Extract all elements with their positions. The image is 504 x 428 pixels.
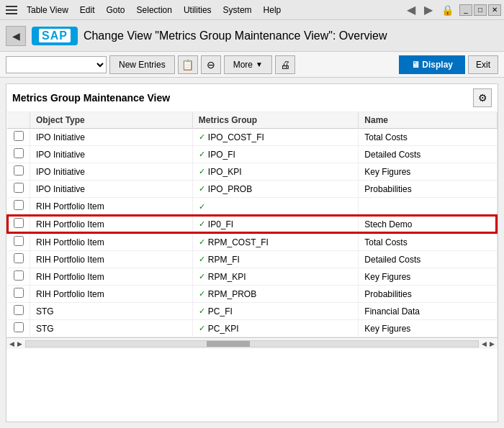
row-checkbox[interactable] bbox=[7, 233, 30, 251]
cell-object-type: RIH Portfolio Item bbox=[30, 198, 193, 216]
row-checkbox[interactable] bbox=[7, 215, 30, 233]
right-h-arrow2[interactable]: ◀ bbox=[482, 340, 487, 347]
menu-item-edit[interactable]: Edit bbox=[75, 3, 100, 17]
cell-object-type: IPO Initiative bbox=[30, 163, 193, 181]
row-checkbox[interactable] bbox=[7, 129, 30, 146]
row-checkbox[interactable] bbox=[7, 303, 30, 320]
metrics-group-value: IP0_FI bbox=[208, 219, 233, 229]
cell-metrics-group: ✓RPM_COST_FI bbox=[192, 233, 359, 251]
checkmark-icon: ✓ bbox=[199, 132, 205, 142]
checkmark-icon: ✓ bbox=[199, 324, 205, 333]
cell-metrics-group: ✓IPO_COST_FI bbox=[192, 129, 359, 146]
checkmark-icon: ✓ bbox=[199, 306, 205, 316]
cell-name: Detailed Costs bbox=[359, 146, 497, 163]
row-checkbox[interactable] bbox=[7, 268, 30, 286]
toolbar: New Entries 📋 ⊖ More ▼ 🖨 🖥 Display Exit bbox=[0, 52, 504, 78]
metrics-group-value: RPM_PROB bbox=[208, 289, 256, 299]
cell-name: Total Costs bbox=[359, 233, 497, 251]
display-button[interactable]: 🖥 Display bbox=[399, 55, 465, 74]
cell-metrics-group: ✓IPO_PROB bbox=[192, 181, 359, 198]
cell-object-type: RIH Portfolio Item bbox=[30, 286, 193, 303]
close-button[interactable]: ✕ bbox=[488, 4, 501, 16]
cell-metrics-group: ✓RPM_PROB bbox=[192, 286, 359, 303]
menu-item-system[interactable]: System bbox=[218, 3, 257, 17]
row-checkbox[interactable] bbox=[7, 146, 30, 163]
cell-name: Key Figures bbox=[359, 163, 497, 181]
right-h-arrow3[interactable]: ▶ bbox=[490, 340, 495, 347]
cell-name: Financial Data bbox=[359, 303, 497, 320]
table-row: STG✓PC_FIFinancial Data bbox=[7, 303, 497, 320]
restore-button[interactable]: □ bbox=[474, 4, 487, 16]
exit-button[interactable]: Exit bbox=[468, 55, 498, 74]
cell-object-type: RIH Portfolio Item bbox=[30, 268, 193, 286]
minimize-button[interactable]: _ bbox=[459, 4, 472, 16]
print-icon-button[interactable]: 🖨 bbox=[275, 55, 295, 74]
cell-name: Key Figures bbox=[359, 320, 497, 337]
cell-metrics-group: ✓PC_FI bbox=[192, 303, 359, 320]
table-row: IPO Initiative✓IPO_KPIKey Figures bbox=[7, 163, 497, 181]
col-header-object-type: Object Type bbox=[30, 112, 193, 129]
cell-object-type: RIH Portfolio Item bbox=[30, 215, 193, 233]
table-row: STG✓PC_KPIKey Figures bbox=[7, 320, 497, 337]
nav-forward-arrow[interactable]: ▶ bbox=[421, 3, 436, 17]
back-button[interactable]: ◀ bbox=[6, 26, 26, 46]
row-checkbox[interactable] bbox=[7, 198, 30, 216]
cell-name bbox=[359, 198, 497, 216]
lock-icon: 🔒 bbox=[438, 4, 456, 16]
metrics-group-value: IPO_KPI bbox=[208, 167, 242, 177]
cell-metrics-group: ✓ bbox=[192, 198, 359, 216]
table-row: IPO Initiative✓IPO_FIDetailed Costs bbox=[7, 146, 497, 163]
checkmark-icon: ✓ bbox=[199, 202, 205, 211]
menu-item-tableview[interactable]: Table View bbox=[22, 3, 73, 17]
cell-name: Stech Demo bbox=[359, 215, 497, 233]
row-checkbox[interactable] bbox=[7, 286, 30, 303]
settings-button[interactable]: ⚙ bbox=[473, 88, 492, 107]
cell-object-type: IPO Initiative bbox=[30, 146, 193, 163]
title-bar: ◀ SAP Change View "Metrics Group Mainten… bbox=[0, 20, 504, 52]
cell-object-type: RIH Portfolio Item bbox=[30, 251, 193, 268]
table-scroll-wrapper: Object Type Metrics Group Name IPO Initi… bbox=[6, 112, 498, 337]
data-table: Object Type Metrics Group Name IPO Initi… bbox=[6, 112, 498, 337]
table-row: RIH Portfolio Item✓RPM_PROBProbabilities bbox=[7, 286, 497, 303]
new-entries-button[interactable]: New Entries bbox=[109, 55, 175, 74]
toolbar-select[interactable] bbox=[6, 56, 107, 73]
col-header-checkbox bbox=[7, 112, 30, 129]
row-checkbox[interactable] bbox=[7, 163, 30, 181]
metrics-group-value: PC_KPI bbox=[208, 324, 239, 334]
row-checkbox[interactable] bbox=[7, 251, 30, 268]
content-header: Metrics Group Maintenance View ⚙ bbox=[6, 84, 498, 112]
menu-bar: Table View Edit Goto Selection Utilities… bbox=[0, 0, 504, 20]
row-checkbox[interactable] bbox=[7, 181, 30, 198]
delete-icon-button[interactable]: ⊖ bbox=[201, 55, 221, 74]
table-row: RIH Portfolio Item✓RPM_KPIKey Figures bbox=[7, 268, 497, 286]
menu-item-selection[interactable]: Selection bbox=[132, 3, 177, 17]
metrics-group-value: RPM_FI bbox=[208, 255, 240, 265]
content-area: Metrics Group Maintenance View ⚙ Object … bbox=[6, 83, 498, 422]
metrics-group-value: IPO_COST_FI bbox=[208, 132, 264, 142]
checkmark-icon: ✓ bbox=[199, 255, 205, 264]
right-h-arrow[interactable]: ▶ bbox=[17, 340, 22, 347]
horizontal-scrollbar[interactable] bbox=[25, 340, 479, 347]
metrics-group-value: IPO_PROB bbox=[208, 184, 252, 194]
checkmark-icon: ✓ bbox=[199, 289, 205, 299]
table-row: IPO Initiative✓IPO_PROBProbabilities bbox=[7, 181, 497, 198]
cell-name: Probabilities bbox=[359, 286, 497, 303]
row-checkbox[interactable] bbox=[7, 320, 30, 337]
menu-item-help[interactable]: Help bbox=[258, 3, 287, 17]
checkmark-icon: ✓ bbox=[199, 167, 205, 176]
menu-item-goto[interactable]: Goto bbox=[102, 3, 130, 17]
checkmark-icon: ✓ bbox=[199, 184, 205, 193]
metrics-group-value: PC_FI bbox=[208, 306, 233, 317]
hamburger-icon[interactable] bbox=[3, 3, 20, 17]
metrics-group-value: RPM_COST_FI bbox=[208, 237, 269, 247]
more-button[interactable]: More ▼ bbox=[224, 55, 272, 74]
nav-back-arrow[interactable]: ◀ bbox=[404, 3, 418, 17]
cell-object-type: STG bbox=[30, 320, 193, 337]
copy-icon-button[interactable]: 📋 bbox=[178, 55, 198, 74]
metrics-group-value: IPO_FI bbox=[208, 150, 235, 160]
table-row: RIH Portfolio Item✓ bbox=[7, 198, 497, 216]
left-h-arrow[interactable]: ◀ bbox=[9, 340, 14, 347]
bottom-scrollbar: ◀ ▶ ◀ ▶ bbox=[6, 337, 498, 349]
menu-item-utilities[interactable]: Utilities bbox=[179, 3, 217, 17]
col-header-name: Name bbox=[359, 112, 497, 129]
